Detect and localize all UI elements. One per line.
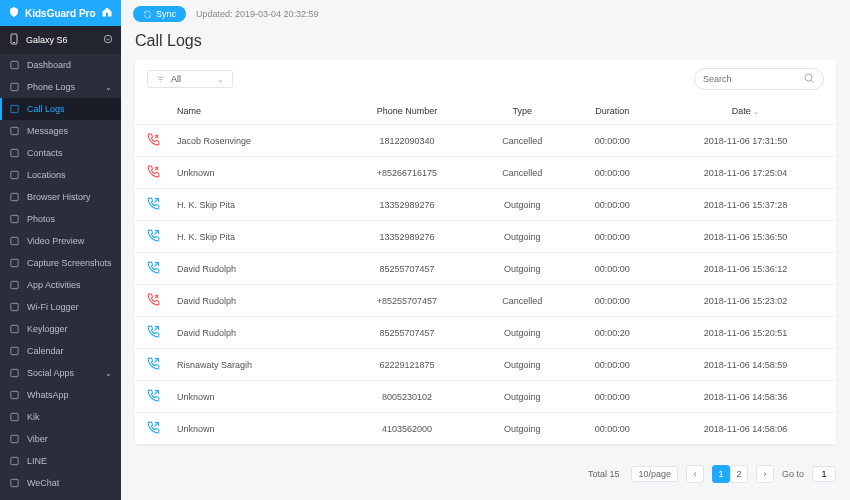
cell-duration: 00:00:00 xyxy=(570,189,655,221)
table-row[interactable]: H. K. Skip Pita13352989276Outgoing00:00:… xyxy=(135,221,836,253)
table-row[interactable]: H. K. Skip Pita13352989276Outgoing00:00:… xyxy=(135,189,836,221)
sidebar-item-photos[interactable]: Photos xyxy=(0,208,121,230)
svg-rect-17 xyxy=(11,369,18,376)
cell-name: H. K. Skip Pita xyxy=(171,221,339,253)
sidebar-item-browser-history[interactable]: Browser History xyxy=(0,186,121,208)
sidebar-item-contacts[interactable]: Contacts xyxy=(0,142,121,164)
svg-rect-22 xyxy=(11,479,18,486)
sidebar-item-kik[interactable]: Kik xyxy=(0,406,121,428)
cell-type: Outgoing xyxy=(475,381,570,413)
sidebar-item-locations[interactable]: Locations xyxy=(0,164,121,186)
call-type-icon xyxy=(135,189,171,221)
message-icon xyxy=(9,126,20,137)
sidebar-item-label: WeChat xyxy=(27,478,59,488)
phone-icon xyxy=(9,82,20,93)
sidebar-item-qq[interactable]: QQ xyxy=(0,494,121,500)
cell-type: Outgoing xyxy=(475,413,570,445)
search-input[interactable] xyxy=(703,74,803,84)
sidebar-item-keylogger[interactable]: Keylogger xyxy=(0,318,121,340)
table-row[interactable]: Unknown8005230102Outgoing00:00:002018-11… xyxy=(135,381,836,413)
sidebar-item-wechat[interactable]: WeChat xyxy=(0,472,121,494)
call-type-icon xyxy=(135,381,171,413)
key-icon xyxy=(9,324,20,335)
svg-point-30 xyxy=(805,74,812,81)
cell-phone: 85255707457 xyxy=(339,317,475,349)
next-page[interactable]: › xyxy=(756,465,774,483)
table-row[interactable]: Jacob Rosenvinge18122090340Cancelled00:0… xyxy=(135,125,836,157)
sidebar-item-video-preview[interactable]: Video Preview xyxy=(0,230,121,252)
call-type-icon xyxy=(135,157,171,189)
sidebar-item-phone-logs[interactable]: Phone Logs⌄ xyxy=(0,76,121,98)
sidebar-item-label: App Activities xyxy=(27,280,81,290)
search-box[interactable] xyxy=(694,68,824,90)
chevron-down-icon xyxy=(103,34,113,46)
col-name[interactable]: Name xyxy=(171,98,339,125)
sidebar-item-label: Video Preview xyxy=(27,236,84,246)
svg-line-36 xyxy=(154,199,158,203)
table-row[interactable]: David Rudolph85255707457Outgoing00:00:00… xyxy=(135,253,836,285)
cell-duration: 00:00:00 xyxy=(570,253,655,285)
cell-name: Unknown xyxy=(171,157,339,189)
sidebar-item-viber[interactable]: Viber xyxy=(0,428,121,450)
col-duration[interactable]: Duration xyxy=(570,98,655,125)
chevron-down-icon: ⌄ xyxy=(217,75,224,84)
sidebar-item-call-logs[interactable]: Call Logs xyxy=(0,98,121,120)
col-phone[interactable]: Phone Number xyxy=(339,98,475,125)
sync-button[interactable]: Sync xyxy=(133,6,186,22)
prev-page[interactable]: ‹ xyxy=(686,465,704,483)
wechat-icon xyxy=(9,478,20,489)
device-selector[interactable]: Galaxy S6 xyxy=(0,26,121,54)
sidebar-item-label: Photos xyxy=(27,214,55,224)
per-page-select[interactable]: 10/page xyxy=(631,466,678,482)
svg-line-31 xyxy=(811,80,813,82)
svg-line-41 xyxy=(154,327,158,331)
svg-rect-12 xyxy=(11,259,18,266)
video-icon xyxy=(9,236,20,247)
goto-label: Go to xyxy=(782,469,804,479)
sidebar-item-wi-fi-logger[interactable]: Wi-Fi Logger xyxy=(0,296,121,318)
cell-date: 2018-11-06 15:23:02 xyxy=(655,285,836,317)
sidebar-item-line[interactable]: LINE xyxy=(0,450,121,472)
table-row[interactable]: Unknown4103562000Outgoing00:00:002018-11… xyxy=(135,413,836,445)
cell-phone: 4103562000 xyxy=(339,413,475,445)
page-1[interactable]: 1 xyxy=(712,465,730,483)
sidebar-nav: DashboardPhone Logs⌄Call LogsMessagesCon… xyxy=(0,54,121,500)
search-icon[interactable] xyxy=(803,72,815,86)
sidebar-item-messages[interactable]: Messages xyxy=(0,120,121,142)
table-row[interactable]: Unknown+85266716175Cancelled00:00:002018… xyxy=(135,157,836,189)
filter-dropdown[interactable]: All ⌄ xyxy=(147,70,233,88)
sidebar-item-label: Viber xyxy=(27,434,48,444)
sidebar-item-social-apps[interactable]: Social Apps⌄ xyxy=(0,362,121,384)
sidebar-item-label: Capture Screenshots xyxy=(27,258,112,268)
sidebar-item-app-activities[interactable]: App Activities xyxy=(0,274,121,296)
cell-name: David Rudolph xyxy=(171,285,339,317)
chevron-down-icon: ⌄ xyxy=(105,369,112,378)
goto-input[interactable] xyxy=(812,466,836,482)
cell-date: 2018-11-06 15:36:50 xyxy=(655,221,836,253)
brand-name: KidsGuard Pro xyxy=(25,8,96,19)
sidebar-item-calendar[interactable]: Calendar xyxy=(0,340,121,362)
whatsapp-icon xyxy=(9,390,20,401)
svg-rect-3 xyxy=(11,61,18,68)
sidebar-item-label: Keylogger xyxy=(27,324,68,334)
svg-rect-8 xyxy=(11,171,18,178)
cell-duration: 00:00:00 xyxy=(570,413,655,445)
col-type[interactable]: Type xyxy=(475,98,570,125)
svg-rect-16 xyxy=(11,347,18,354)
table-row[interactable]: Risnawaty Saragih62229121875Outgoing00:0… xyxy=(135,349,836,381)
sidebar-item-whatsapp[interactable]: WhatsApp xyxy=(0,384,121,406)
sidebar-item-label: Dashboard xyxy=(27,60,71,70)
col-date[interactable]: Date ⌄ xyxy=(655,98,836,125)
sidebar-item-label: Browser History xyxy=(27,192,91,202)
table-row[interactable]: David Rudolph+85255707457Cancelled00:00:… xyxy=(135,285,836,317)
call-logs-table: Name Phone Number Type Duration Date ⌄ J… xyxy=(135,98,836,445)
sidebar-item-capture-screenshots[interactable]: Capture Screenshots xyxy=(0,252,121,274)
home-icon[interactable] xyxy=(101,6,113,20)
svg-rect-10 xyxy=(11,215,18,222)
page-2[interactable]: 2 xyxy=(730,465,748,483)
table-row[interactable]: David Rudolph85255707457Outgoing00:00:20… xyxy=(135,317,836,349)
svg-rect-11 xyxy=(11,237,18,244)
topbar: Sync Updated: 2019-03-04 20:32:59 xyxy=(121,0,850,28)
capture-icon xyxy=(9,258,20,269)
sidebar-item-dashboard[interactable]: Dashboard xyxy=(0,54,121,76)
